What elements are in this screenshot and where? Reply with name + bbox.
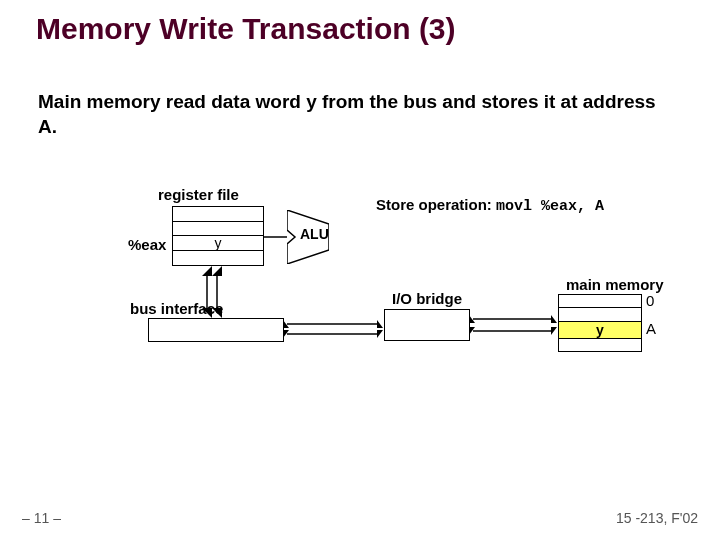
store-op-code: movl %eax, A	[496, 198, 604, 215]
register-file-label: register file	[158, 186, 239, 203]
course-footer: 15 -213, F'02	[616, 510, 698, 526]
svg-marker-13	[377, 330, 383, 338]
main-memory-label: main memory	[566, 276, 664, 293]
main-memory-box: y	[558, 294, 642, 352]
store-operation-label: Store operation: movl %eax, A	[376, 196, 604, 215]
eax-label: %eax	[128, 236, 166, 253]
alu-label: ALU	[300, 226, 329, 242]
register-file-box: y	[172, 206, 264, 266]
bus-interface-label: bus interface	[130, 300, 223, 317]
memory-addr-0: 0	[646, 292, 654, 309]
bus-arrow-bridge-to-memory	[469, 312, 557, 338]
io-bridge-box	[384, 309, 470, 341]
register-slot-empty	[173, 207, 263, 222]
register-slot-empty	[173, 251, 263, 266]
svg-marker-5	[212, 266, 222, 276]
svg-marker-18	[551, 315, 557, 323]
slide-number: – 11 –	[22, 510, 61, 526]
memory-slot-1	[559, 308, 641, 321]
store-op-prefix: Store operation:	[376, 196, 496, 213]
regfile-alu-connector	[263, 234, 287, 240]
svg-marker-12	[377, 320, 383, 328]
slide-title: Memory Write Transaction (3)	[36, 12, 456, 46]
slide-subtitle: Main memory read data word y from the bu…	[38, 90, 678, 139]
memory-slot-3	[559, 339, 641, 351]
io-bridge-label: I/O bridge	[392, 290, 462, 307]
memory-slot-a: y	[559, 322, 641, 339]
memory-addr-a: A	[646, 320, 656, 337]
memory-slot-0	[559, 295, 641, 308]
svg-marker-19	[551, 327, 557, 335]
bus-arrow-cpu-to-bridge	[283, 320, 383, 338]
register-slot-eax: y	[173, 236, 263, 251]
svg-marker-4	[202, 266, 212, 276]
bus-interface-box	[148, 318, 284, 342]
